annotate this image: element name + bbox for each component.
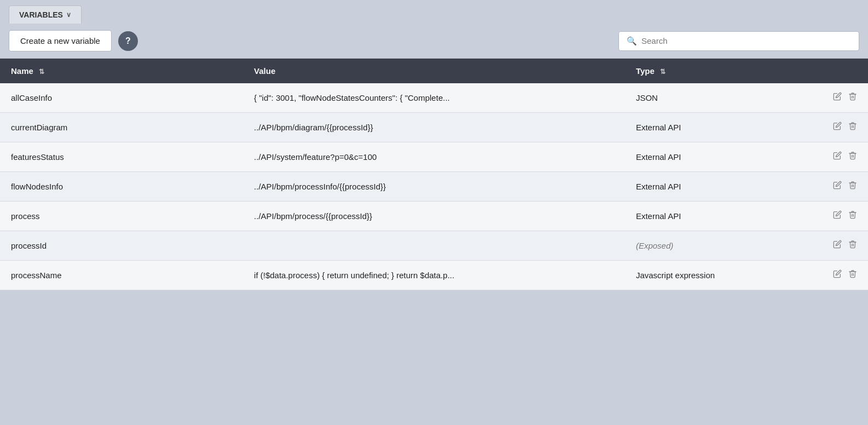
chevron-down-icon: ∨ [66,11,71,19]
edit-icon[interactable] [833,210,842,222]
delete-icon[interactable] [848,240,857,251]
row-actions [781,113,868,142]
row-value: if (!$data.process) { return undefined; … [243,261,625,290]
row-type: JSON [625,83,781,113]
edit-icon[interactable] [833,151,842,163]
row-type: (Exposed) [625,231,781,261]
table-header: Name ⇅ Value Type ⇅ [0,59,868,83]
row-type: External API [625,202,781,231]
row-name: processName [0,261,243,290]
column-header-type[interactable]: Type ⇅ [625,59,781,83]
row-type: Javascript expression [625,261,781,290]
table-body: allCaseInfo{ "id": 3001, "flowNodeStates… [0,83,868,290]
row-value: ../API/bpm/processInfo/{{processId}} [243,172,625,202]
row-value [243,231,625,261]
column-header-value: Value [243,59,625,83]
table-row: process../API/bpm/process/{{processId}}E… [0,202,868,231]
help-button[interactable]: ? [118,31,138,51]
edit-icon[interactable] [833,122,842,133]
edit-icon[interactable] [833,269,842,281]
row-type: External API [625,172,781,202]
table-row: processId(Exposed) [0,231,868,261]
row-name: flowNodesInfo [0,172,243,202]
table-row: flowNodesInfo../API/bpm/processInfo/{{pr… [0,172,868,202]
row-actions [781,261,868,290]
delete-icon[interactable] [848,122,857,133]
row-type: External API [625,113,781,142]
row-value: { "id": 3001, "flowNodeStatesCounters": … [243,83,625,113]
delete-icon[interactable] [848,92,857,104]
delete-icon[interactable] [848,210,857,222]
delete-icon[interactable] [848,269,857,281]
search-input[interactable] [641,36,851,45]
top-bar: VARIABLES ∨ [0,0,868,24]
delete-icon[interactable] [848,151,857,163]
edit-icon[interactable] [833,240,842,251]
create-variable-button[interactable]: Create a new variable [9,30,112,51]
table-row: featuresStatus../API/system/feature?p=0&… [0,142,868,172]
edit-icon[interactable] [833,92,842,104]
table-row: processNameif (!$data.process) { return … [0,261,868,290]
variables-tab-label: VARIABLES [19,10,63,19]
row-actions [781,231,868,261]
variables-tab[interactable]: VARIABLES ∨ [9,5,82,24]
row-actions [781,172,868,202]
table-row: currentDiagram../API/bpm/diagram/{{proce… [0,113,868,142]
column-header-name[interactable]: Name ⇅ [0,59,243,83]
row-name: currentDiagram [0,113,243,142]
variables-table-container: Name ⇅ Value Type ⇅ allCaseInfo{ "id": 3… [0,59,868,290]
search-container: 🔍 [618,31,859,51]
row-value: ../API/system/feature?p=0&c=100 [243,142,625,172]
row-actions [781,202,868,231]
row-value: ../API/bpm/diagram/{{processId}} [243,113,625,142]
search-icon: 🔍 [627,36,637,46]
row-name: allCaseInfo [0,83,243,113]
row-value: ../API/bpm/process/{{processId}} [243,202,625,231]
column-header-actions [781,59,868,83]
type-sort-icon[interactable]: ⇅ [660,68,666,76]
row-name: processId [0,231,243,261]
variables-table: Name ⇅ Value Type ⇅ allCaseInfo{ "id": 3… [0,59,868,290]
row-name: process [0,202,243,231]
name-sort-icon[interactable]: ⇅ [39,68,44,76]
toolbar: Create a new variable ? 🔍 [0,24,868,59]
row-type: External API [625,142,781,172]
row-actions [781,83,868,113]
table-row: allCaseInfo{ "id": 3001, "flowNodeStates… [0,83,868,113]
edit-icon[interactable] [833,181,842,192]
row-name: featuresStatus [0,142,243,172]
row-actions [781,142,868,172]
delete-icon[interactable] [848,181,857,192]
